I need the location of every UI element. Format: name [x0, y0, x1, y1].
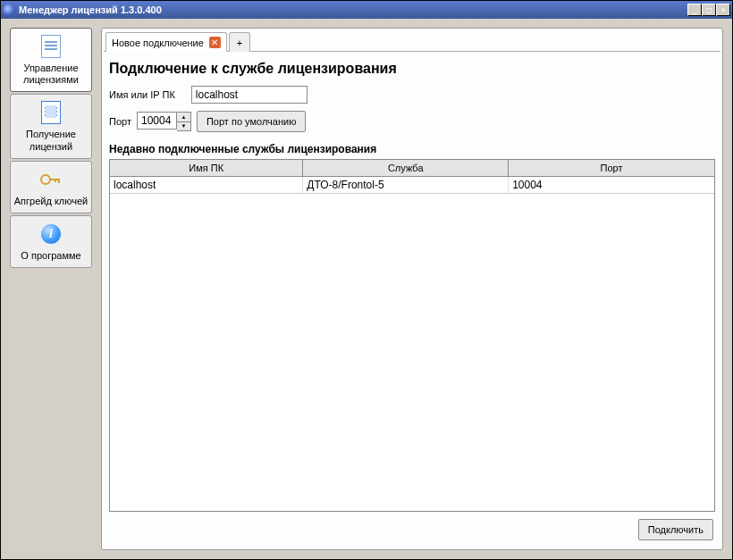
svg-point-0	[41, 175, 50, 184]
col-header-service[interactable]: Служба	[303, 160, 509, 176]
port-down-button[interactable]: ▼	[177, 122, 190, 131]
port-input[interactable]	[137, 112, 177, 130]
titlebar[interactable]: Менеджер лицензий 1.3.0.400 _ □ ✕	[1, 1, 732, 19]
tab-close-icon[interactable]: ✕	[209, 37, 221, 48]
maximize-button[interactable]: □	[702, 4, 716, 16]
key-icon	[38, 167, 63, 192]
svg-rect-2	[58, 179, 60, 183]
sidebar-item-get-licenses[interactable]: Получение лицензий	[10, 94, 92, 158]
col-header-pc[interactable]: Имя ПК	[110, 160, 303, 176]
port-label: Порт	[109, 116, 131, 127]
tab-add-button[interactable]: +	[229, 32, 250, 52]
connect-button[interactable]: Подключить	[638, 519, 713, 540]
host-label: Имя или IP ПК	[109, 89, 175, 100]
port-spinner-buttons: ▲ ▼	[177, 112, 191, 131]
app-icon	[3, 4, 15, 16]
info-icon: i	[38, 221, 63, 247]
sidebar-item-label: Управление лицензиями	[23, 63, 79, 85]
sidebar-item-label: О программе	[21, 250, 80, 261]
sidebar-item-about[interactable]: i О программе	[10, 215, 92, 268]
col-header-port[interactable]: Порт	[509, 160, 714, 176]
table-row[interactable]: localhost ДТО-8/Frontol-5 10004	[110, 177, 714, 194]
sidebar: Управление лицензиями Получение лицензий…	[10, 28, 92, 550]
tab-label: Новое подключение	[112, 38, 204, 48]
window-title: Менеджер лицензий 1.3.0.400	[19, 4, 687, 15]
page-heading: Подключение к службе лицензирования	[109, 61, 715, 77]
minimize-button[interactable]: _	[687, 4, 702, 16]
recent-section-label: Недавно подключенные службы лицензирован…	[109, 143, 715, 155]
document-blue-icon	[38, 100, 63, 125]
port-up-button[interactable]: ▲	[177, 113, 190, 122]
host-input[interactable]	[191, 86, 308, 104]
host-row: Имя или IP ПК	[109, 86, 715, 104]
cell-port: 10004	[509, 177, 714, 193]
sidebar-item-upgrade-keys[interactable]: Апгрейд ключей	[10, 161, 92, 213]
tab-body: Подключение к службе лицензирования Имя …	[104, 52, 720, 547]
sidebar-item-label: Апгрейд ключей	[14, 196, 88, 206]
window-controls: _ □ ✕	[687, 4, 730, 16]
sidebar-item-label: Получение лицензий	[26, 129, 76, 151]
main-panel: Новое подключение ✕ + Подключение к служ…	[101, 28, 723, 550]
port-row: Порт ▲ ▼ Порт по умолчанию	[109, 111, 715, 132]
app-window: Менеджер лицензий 1.3.0.400 _ □ ✕ Управл…	[0, 0, 733, 560]
tab-new-connection[interactable]: Новое подключение ✕	[105, 32, 227, 52]
cell-service: ДТО-8/Frontol-5	[303, 177, 509, 193]
cell-pc: localhost	[110, 177, 303, 193]
footer-row: Подключить	[109, 512, 715, 542]
close-button[interactable]: ✕	[716, 4, 730, 16]
port-spinner: ▲ ▼	[137, 112, 191, 131]
recent-grid: Имя ПК Служба Порт localhost ДТО-8/Front…	[109, 159, 715, 512]
grid-header: Имя ПК Служба Порт	[110, 160, 714, 177]
content-area: Управление лицензиями Получение лицензий…	[1, 19, 732, 559]
default-port-button[interactable]: Порт по умолчанию	[197, 111, 306, 132]
svg-rect-3	[55, 179, 56, 182]
plus-icon: +	[237, 38, 242, 48]
sidebar-item-manage-licenses[interactable]: Управление лицензиями	[10, 28, 92, 92]
document-icon	[38, 34, 63, 59]
tabstrip: Новое подключение ✕ +	[104, 30, 720, 52]
